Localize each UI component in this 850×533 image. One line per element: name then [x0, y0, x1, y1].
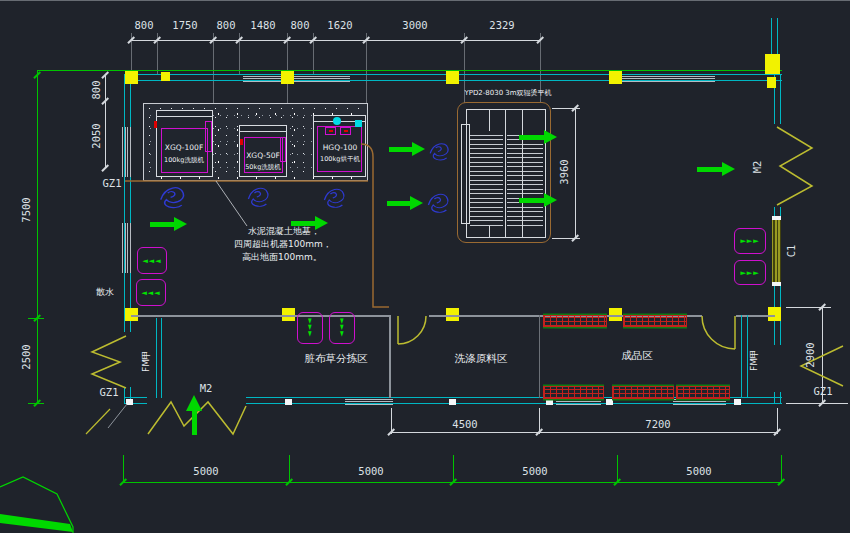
dim-label: 2050 [90, 123, 102, 148]
tag-m2-bottom: M2 [200, 382, 213, 394]
tag-gz1-bottom-right: GZ1 [814, 385, 833, 397]
door-swing-finished [702, 316, 735, 349]
tag-m2-right: M2 [751, 161, 763, 174]
flow-arrow-up-body [192, 411, 197, 435]
flow-arrow-right [697, 167, 722, 172]
dim-label: 5000 [193, 465, 218, 477]
dim-label: 800 [291, 19, 310, 31]
tag-gz1-bottom-left: GZ1 [100, 386, 119, 398]
dim-label: 7200 [645, 418, 670, 430]
dim-label: 800 [217, 19, 236, 31]
dim-label: 1750 [172, 19, 197, 31]
zone-label-materials: 洗涤原料区 [455, 352, 508, 366]
dim-label: 800 [90, 81, 102, 100]
flow-arrow-right [389, 147, 412, 152]
door-swing-fm-left [92, 336, 126, 388]
tag-fm-left: FM甲 [140, 350, 153, 372]
cad-floor-plan: XGQ-100F 100kg洗脱机 XGQ-50F 50kg洗脱机 HGQ-10… [0, 0, 850, 533]
plan-linework [0, 0, 850, 533]
dim-label: 7500 [20, 197, 32, 222]
zone-label-sorting: 脏布草分拣区 [305, 352, 368, 366]
dim-label: 5000 [686, 465, 711, 477]
flow-arrow-right [150, 222, 174, 227]
zone-label-finished: 成品区 [621, 349, 653, 363]
note-leader-line [216, 181, 247, 226]
dim-label: 2329 [489, 19, 514, 31]
dim-label: 1480 [250, 19, 275, 31]
dim-label: 4500 [452, 418, 477, 430]
flow-arrow-up-head [186, 395, 202, 411]
dim-label: 5000 [522, 465, 547, 477]
door-swing-materials [398, 316, 426, 344]
tag-gz1-left: GZ1 [103, 177, 122, 189]
flow-arrow-right [519, 198, 544, 203]
tag-fm-right: FM甲 [748, 349, 761, 371]
landscape-decoration [0, 404, 127, 533]
note-line-3: 高出地面100mm。 [242, 251, 322, 264]
note-line-2: 四周超出机器100mm， [234, 238, 332, 251]
flow-arrow-right [387, 201, 410, 206]
dim-label: 800 [135, 19, 154, 31]
tag-c1: C1 [785, 245, 797, 258]
dim-label: 2500 [20, 344, 32, 369]
dim-label: 5000 [358, 465, 383, 477]
dim-label: 2900 [804, 342, 816, 367]
dim-label: 3000 [402, 19, 427, 31]
dim-label: 1620 [327, 19, 352, 31]
note-line-1: 水泥混凝土地基， [248, 225, 320, 238]
flow-arrow-right [519, 135, 544, 140]
dim-label: 3960 [558, 159, 570, 184]
label-apron: 散水 [96, 286, 114, 299]
door-swing-m2-right [777, 127, 812, 205]
